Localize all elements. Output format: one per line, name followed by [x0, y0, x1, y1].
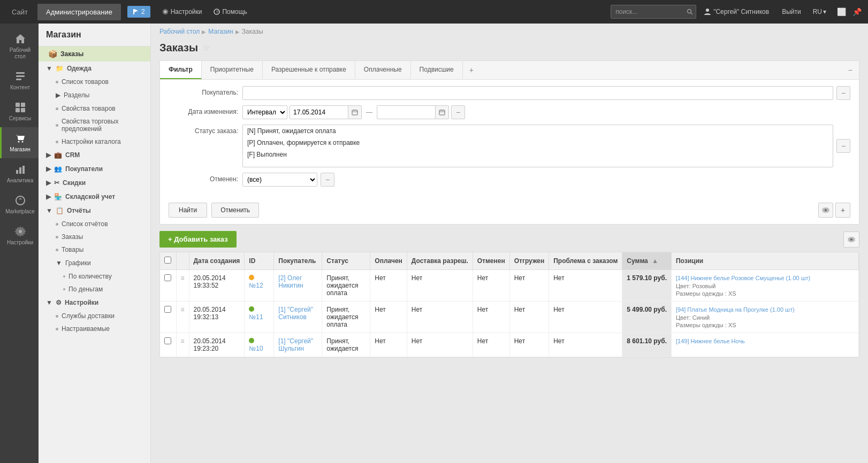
position-link[interactable]: [144] Нижнее белье Розовое Смущенье (1.0…	[676, 275, 810, 281]
col-cancelled-header[interactable]: Отменен	[473, 252, 509, 270]
sidebar-narrow-item-analytics[interactable]: Аналитика	[0, 158, 39, 189]
row-menu-icon[interactable]: ≡	[181, 337, 185, 345]
col-paid-header[interactable]: Оплачен	[370, 252, 407, 270]
sidebar-section-warehouse[interactable]: ▶ 🏪 Складской учет	[39, 190, 150, 204]
sidebar-section-settings[interactable]: ▼ ⚙ Настройки	[39, 296, 150, 310]
sidebar-narrow-item-content[interactable]: Контент	[0, 65, 39, 96]
sidebar-subitem-custom[interactable]: Настраиваемые	[39, 322, 150, 335]
filter-add-column-button[interactable]: +	[835, 203, 850, 218]
col-id-header[interactable]: ID	[245, 252, 274, 270]
filter-tab-delivery[interactable]: Разрешенные к отправке	[263, 61, 355, 79]
admin-button[interactable]: Администрирование	[37, 4, 121, 20]
sidebar-subitem-products-list[interactable]: Список товаров	[39, 75, 150, 88]
sidebar-narrow-item-settings[interactable]: Настройки	[0, 220, 39, 251]
sidebar-section-crm[interactable]: ▶ 💼 CRM	[39, 148, 150, 162]
sidebar-narrow-item-shop[interactable]: Магазин	[0, 127, 39, 158]
filter-gear-button[interactable]	[818, 203, 833, 218]
notification-badge[interactable]: 2	[127, 6, 150, 18]
row-checkbox[interactable]	[164, 274, 171, 281]
position-link[interactable]: [149] Нижнее белье Ночь	[676, 338, 745, 344]
col-delivery-header[interactable]: Доставка разреш.	[407, 252, 473, 270]
col-sum-header[interactable]: Сумма ▲	[622, 252, 672, 270]
site-button[interactable]: Сайт	[4, 4, 35, 20]
filter-tab-add-button[interactable]: +	[463, 61, 480, 79]
user-menu[interactable]: "Сергей" Ситников	[698, 5, 774, 19]
sidebar-section-reports[interactable]: ▼ 📋 Отчёты	[39, 204, 150, 218]
logout-button[interactable]: Выйти	[776, 5, 806, 19]
filter-status-list[interactable]: [N] Принят, ожидается оплата [P] Оплачен…	[242, 125, 833, 167]
filter-date-from-calendar[interactable]	[348, 105, 362, 119]
filter-status-item-2[interactable]: [F] Выполнен	[243, 149, 833, 160]
sidebar-narrow-item-marketplace[interactable]: Marketplace	[0, 189, 39, 220]
breadcrumb-shop[interactable]: Магазин	[208, 28, 233, 35]
sidebar-item-orders[interactable]: 📦 Заказы	[39, 47, 150, 61]
order-id-link[interactable]: №11	[249, 313, 263, 321]
order-id-link[interactable]: №10	[249, 345, 263, 352]
sidebar-section-sections[interactable]: ▶ Разделы	[39, 88, 150, 102]
filter-status-item-1[interactable]: [P] Оплачен, формируется к отправке	[243, 137, 833, 149]
breadcrumb-home[interactable]: Рабочий стол	[159, 28, 200, 35]
row-menu-icon[interactable]: ≡	[181, 306, 185, 313]
sidebar-narrow-item-services[interactable]: Сервисы	[0, 96, 39, 127]
settings-nav-link[interactable]: Настройки	[157, 5, 208, 19]
sidebar-section-charts[interactable]: ▼ Графики	[39, 256, 150, 270]
language-selector[interactable]: RU ▾	[809, 5, 831, 19]
filter-buyer-remove[interactable]: −	[836, 86, 850, 100]
col-positions-header[interactable]: Позиции	[671, 252, 858, 270]
sidebar-subsubitem-by-count[interactable]: По количеству	[39, 270, 150, 283]
filter-tab-minus-button[interactable]: −	[842, 61, 859, 79]
sidebar-narrow-item-home[interactable]: Рабочийстол	[0, 28, 39, 65]
sidebar-subitem-catalog-settings[interactable]: Настройки каталога	[39, 135, 150, 148]
orders-gear-button[interactable]	[843, 231, 859, 248]
filter-tab-paid[interactable]: Оплаченные	[355, 61, 411, 79]
row-checkbox[interactable]	[164, 306, 171, 313]
sidebar-subitem-delivery[interactable]: Службы доставки	[39, 310, 150, 322]
table-row: ≡ 20.05.201419:33:52 №12 [2] Олег Никити…	[160, 270, 859, 302]
filter-date-remove[interactable]: −	[451, 105, 465, 119]
filter-cancelled-remove[interactable]: −	[321, 173, 334, 187]
filter-tab-filter[interactable]: Фильтр	[160, 61, 202, 79]
filter-date-to-input[interactable]	[377, 105, 436, 119]
col-buyer-header[interactable]: Покупатель	[274, 252, 322, 270]
sidebar-subitem-reports-list[interactable]: Список отчётов	[39, 218, 150, 230]
row-menu-icon[interactable]: ≡	[181, 274, 185, 282]
filter-buyer-input[interactable]	[242, 86, 833, 100]
help-nav-link[interactable]: ? Помощь	[208, 5, 252, 19]
filter-date-type-select[interactable]: Интервал	[242, 105, 287, 119]
filter-cancel-button[interactable]: Отменить	[211, 203, 259, 218]
filter-tab-priority[interactable]: Приоритетные	[202, 61, 263, 79]
col-date-header[interactable]: Дата создания	[189, 252, 245, 270]
filter-cancelled-select[interactable]: (все)	[242, 173, 317, 187]
window-icon[interactable]: ⬜	[835, 5, 848, 18]
filter-tab-hanging[interactable]: Подвисшие	[411, 61, 463, 79]
sidebar-subitem-orders-report[interactable]: Заказы	[39, 230, 150, 243]
sidebar-subitem-offer-props[interactable]: Свойства торговых предложений	[39, 115, 150, 135]
gear-small-icon	[822, 206, 829, 214]
sidebar-subitem-products-report[interactable]: Товары	[39, 243, 150, 256]
sidebar-subsubitem-by-money[interactable]: По деньгам	[39, 283, 150, 296]
check-all-checkbox[interactable]	[164, 257, 171, 264]
col-status-header[interactable]: Статус	[322, 252, 370, 270]
col-shipped-header[interactable]: Отгружен	[509, 252, 549, 270]
buyer-link[interactable]: [1] "Сергей" Ситников	[278, 306, 313, 321]
col-check-all[interactable]	[160, 252, 176, 270]
position-link[interactable]: [94] Платье Модница на Прогулке (1.00 шт…	[676, 306, 795, 313]
filter-find-button[interactable]: Найти	[169, 203, 207, 218]
filter-status-item-0[interactable]: [N] Принят, ожидается оплата	[243, 125, 833, 137]
sidebar-subitem-product-props[interactable]: Свойства товаров	[39, 102, 150, 115]
buyer-link[interactable]: [1] "Сергей" Шульгин	[278, 337, 313, 352]
col-problem-header[interactable]: Проблема с заказом	[549, 252, 622, 270]
sidebar-section-clothes[interactable]: ▼ 📁 Одежда	[39, 61, 150, 75]
sidebar-section-discounts[interactable]: ▶ ✂ Скидки	[39, 176, 150, 190]
row-checkbox[interactable]	[164, 337, 171, 344]
order-id-link[interactable]: №12	[249, 282, 263, 289]
filter-status-remove[interactable]: −	[836, 139, 850, 153]
filter-date-to-calendar[interactable]	[435, 105, 449, 119]
filter-date-from-input[interactable]	[290, 105, 348, 119]
add-order-button[interactable]: + Добавить заказ	[159, 231, 237, 248]
buyer-link[interactable]: [2] Олег Никитин	[278, 274, 303, 289]
sidebar-section-buyers[interactable]: ▶ 👥 Покупатели	[39, 162, 150, 176]
pin-icon[interactable]: 📌	[850, 5, 864, 18]
favorite-star[interactable]: ☆	[202, 43, 210, 53]
search-input[interactable]	[611, 5, 696, 19]
